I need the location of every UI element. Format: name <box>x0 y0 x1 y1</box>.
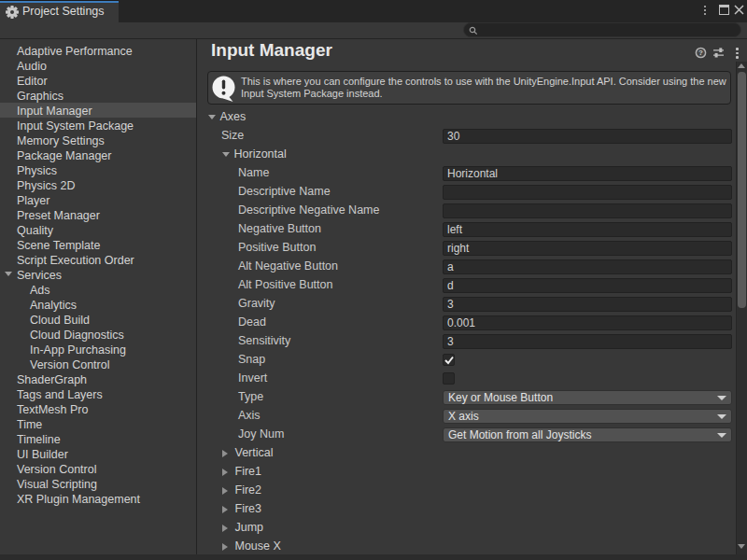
svg-text:?: ? <box>698 49 703 57</box>
